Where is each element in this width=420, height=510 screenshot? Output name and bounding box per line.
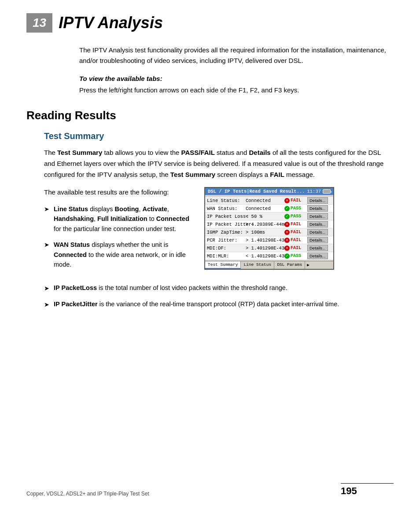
available-label: The available test results are the follo…: [44, 187, 194, 198]
intro-paragraph: The IPTV Analysis test functionality pro…: [79, 45, 394, 66]
ss-row-wan-status: WAN Status: Connected ✓ PASS Details...: [205, 205, 333, 213]
fail-icon-5: ✕: [284, 246, 290, 251]
screenshot-titlebar: DSL / IP Tests|Read Saved Result... 11:3…: [205, 188, 333, 195]
chapter-number: 13: [26, 13, 52, 33]
ss-row-igmp-zaptime: IGMP ZapTime: > 100ms ✕ FAIL Details...: [205, 228, 333, 236]
left-col: The available test results are the follo…: [44, 187, 194, 276]
footer-line: [341, 483, 394, 484]
battery-icon: [323, 189, 331, 194]
bullet-arrow-3: ➤: [44, 283, 49, 293]
details-button-line-status[interactable]: Details...: [307, 197, 328, 204]
right-col-screenshot: DSL / IP Tests|Read Saved Result... 11:3…: [204, 187, 394, 276]
ss-row-mdi-df: MDI:DF: > 1.401298E-43m ✕ FAIL Details..…: [205, 244, 333, 252]
screenshot-tabs: Test Summary Line Status DSL Params ▶: [205, 261, 333, 269]
bullet-text-1: Line Status displays Booting, Activate, …: [54, 204, 194, 234]
pass-icon-2: ✓: [284, 214, 290, 219]
page-container: 13 IPTV Analysis The IPTV Analysis test …: [0, 0, 420, 510]
chapter-heading: 13 IPTV Analysis: [26, 13, 394, 33]
test-summary-heading: Test Summary: [44, 131, 394, 141]
bullet-ip-packetjitter: ➤ IP PacketJitter is the variance of the…: [44, 299, 394, 309]
tab-arrow[interactable]: ▶: [305, 261, 311, 269]
bullet-text-3: IP PacketLoss is the total number of los…: [54, 283, 287, 293]
page-number: 195: [341, 485, 394, 497]
bullet-line-status: ➤ Line Status displays Booting, Activate…: [44, 204, 194, 234]
details-button-ip-jitter[interactable]: Details...: [307, 221, 328, 227]
two-col-section: The available test results are the follo…: [44, 187, 394, 276]
chapter-title: IPTV Analysis: [59, 14, 163, 32]
fail-icon-4: ✕: [284, 238, 290, 243]
fail-icon-3: ✕: [284, 230, 290, 235]
ss-row-pcr-jitter: PCR Jitter: > 1.401298E-43m ✕ FAIL Detai…: [205, 236, 333, 244]
left-bullet-list: ➤ Line Status displays Booting, Activate…: [44, 204, 194, 270]
ss-row-line-status: Line Status: Connected ✕ FAIL Details...: [205, 197, 333, 205]
screenshot-rows: Line Status: Connected ✕ FAIL Details...…: [205, 195, 333, 260]
bullet-text-2: WAN Status displays whether the unit is …: [54, 240, 194, 269]
details-button-wan-status[interactable]: Details...: [307, 205, 328, 212]
details-button-mdi-mlr[interactable]: Details...: [307, 253, 328, 259]
ss-row-mdi-mlr: MDI:MLR: < 1.401298E-43 ✓ PASS Details..…: [205, 252, 333, 260]
tab-line-status[interactable]: Line Status: [241, 261, 274, 269]
screenshot-title: DSL / IP Tests|Read Saved Result...: [208, 189, 305, 194]
bullet-arrow-1: ➤: [44, 205, 49, 214]
details-button-igmp[interactable]: Details...: [307, 229, 328, 235]
ss-row-ip-packet-jitter: IP Packet Jitter: > 4.20389E-44m ✕ FAIL …: [205, 220, 333, 228]
details-button-ip-loss[interactable]: Details...: [307, 213, 328, 220]
bullet-arrow-4: ➤: [44, 300, 49, 309]
bullet-text-4: IP PacketJitter is the variance of the r…: [54, 299, 339, 309]
fail-icon-2: ✕: [284, 222, 290, 227]
view-tabs-desc: Press the left/right function arrows on …: [79, 85, 394, 95]
bullet-wan-status: ➤ WAN Status displays whether the unit i…: [44, 240, 194, 269]
bullet-ip-packetloss: ➤ IP PacketLoss is the total number of l…: [44, 283, 394, 293]
footer-left: Copper, VDSL2, ADSL2+ and IP Triple-Play…: [26, 491, 149, 497]
test-summary-body1: The Test Summary tab allows you to view …: [44, 147, 394, 180]
screenshot-time: 11:37: [307, 189, 331, 194]
bullet-arrow-2: ➤: [44, 240, 49, 250]
ss-row-ip-packet-loss: IP Packet Loss: < 50 % ✓ PASS Details...: [205, 213, 333, 220]
page-footer: Copper, VDSL2, ADSL2+ and IP Triple-Play…: [26, 483, 394, 497]
details-button-mdi-df[interactable]: Details...: [307, 245, 328, 251]
details-button-pcr[interactable]: Details...: [307, 237, 328, 243]
view-tabs-label: To view the available tabs:: [79, 75, 394, 82]
footer-right-container: 195: [341, 483, 394, 497]
pass-icon: ✓: [284, 206, 290, 211]
pass-icon-3: ✓: [284, 253, 290, 259]
reading-results-heading: Reading Results: [26, 109, 394, 122]
fail-icon: ✕: [284, 198, 290, 203]
screenshot-box: DSL / IP Tests|Read Saved Result... 11:3…: [204, 187, 334, 270]
tab-test-summary[interactable]: Test Summary: [205, 261, 241, 269]
full-width-bullet-list: ➤ IP PacketLoss is the total number of l…: [44, 283, 394, 310]
tab-dsl-params[interactable]: DSL Params: [274, 261, 305, 269]
